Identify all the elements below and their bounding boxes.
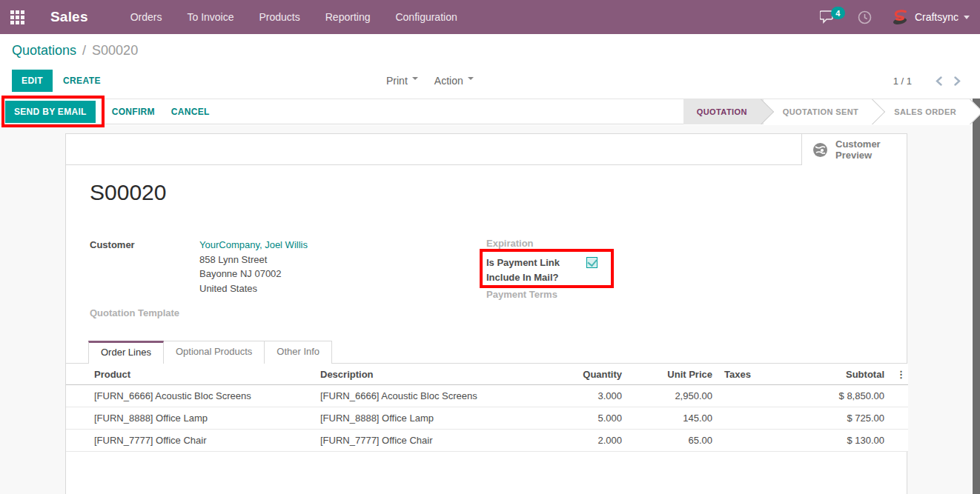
record-title: S00020 xyxy=(90,180,166,205)
col-quantity[interactable]: Quantity xyxy=(533,364,628,385)
control-panel: EDIT CREATE Print Action 1 / 1 xyxy=(0,67,980,95)
customer-link[interactable]: YourCompany, Joel Willis xyxy=(199,238,460,253)
cell-quantity[interactable]: 2.000 xyxy=(533,430,628,452)
col-description[interactable]: Description xyxy=(314,364,533,385)
company-logo-icon xyxy=(891,9,909,25)
send-by-email-button[interactable]: SEND BY EMAIL xyxy=(5,101,96,123)
notebook-tabs: Order Lines Optional Products Other Info xyxy=(66,341,907,364)
sheet-header: Customer Preview xyxy=(66,134,907,165)
chevron-left-icon xyxy=(936,76,942,86)
quotation-template-field: Quotation Template xyxy=(90,306,460,318)
apps-menu-button[interactable] xyxy=(0,0,34,34)
address-country: United States xyxy=(199,281,460,296)
cell-description[interactable]: [FURN_6666] Acoustic Bloc Screens xyxy=(314,385,533,407)
menu-item-reporting[interactable]: Reporting xyxy=(313,0,383,34)
cell-taxes[interactable] xyxy=(718,430,782,452)
page: Sales Orders To Invoice Products Reporti… xyxy=(0,0,980,494)
pager-previous-button[interactable] xyxy=(930,76,948,86)
globe-icon xyxy=(812,142,828,158)
cell-subtotal[interactable]: $ 725.00 xyxy=(782,407,890,430)
print-caret-icon xyxy=(412,77,418,80)
payment-terms-label: Payment Terms xyxy=(486,289,557,300)
navbar-right: 4 Craftsync xyxy=(815,0,980,34)
payment-link-checkbox[interactable] xyxy=(586,257,597,268)
stage-quotation-sent[interactable]: QUOTATION SENT xyxy=(764,99,875,124)
breadcrumb: Quotations / S00020 xyxy=(0,34,980,67)
cell-unit-price[interactable]: 145.00 xyxy=(628,407,718,430)
cell-description[interactable]: [FURN_7777] Office Chair xyxy=(314,430,533,452)
row-handle xyxy=(66,385,88,407)
app-title: Sales xyxy=(50,9,88,25)
messages-count-badge: 4 xyxy=(831,7,845,19)
user-menu[interactable]: Craftsync xyxy=(891,9,970,25)
tab-order-lines[interactable]: Order Lines xyxy=(88,341,164,364)
pager: 1 / 1 xyxy=(893,76,967,87)
col-taxes[interactable]: Taxes xyxy=(718,364,782,385)
col-subtotal[interactable]: Subtotal xyxy=(782,364,890,385)
action-dropdown[interactable]: Action xyxy=(434,75,474,87)
cancel-button[interactable]: CANCEL xyxy=(171,107,210,117)
vertical-scrollbar[interactable] xyxy=(973,99,980,494)
breadcrumb-quotations-link[interactable]: Quotations xyxy=(12,43,76,59)
cell-quantity[interactable]: 3.000 xyxy=(533,385,628,407)
cell-subtotal[interactable]: $ 130.00 xyxy=(782,430,890,452)
payment-link-label: Is Payment Link Include In Mail? xyxy=(486,256,586,284)
breadcrumb-current: S00020 xyxy=(92,43,138,59)
tab-optional-products[interactable]: Optional Products xyxy=(163,341,265,364)
create-button[interactable]: CREATE xyxy=(63,76,101,86)
main-menu: Orders To Invoice Products Reporting Con… xyxy=(118,0,470,34)
messages-button[interactable]: 4 xyxy=(815,0,841,34)
col-unit-price[interactable]: Unit Price xyxy=(628,364,718,385)
left-field-column: Customer YourCompany, Joel Willis 858 Ly… xyxy=(90,238,460,318)
cell-unit-price[interactable]: 65.00 xyxy=(628,430,718,452)
customer-preview-button[interactable]: Customer Preview xyxy=(801,134,907,165)
activities-button[interactable] xyxy=(854,0,876,34)
tab-other-info[interactable]: Other Info xyxy=(264,341,332,364)
user-name: Craftsync xyxy=(915,11,959,23)
menu-item-to-invoice[interactable]: To Invoice xyxy=(174,0,246,34)
address-city: Bayonne NJ 07002 xyxy=(199,267,460,281)
stage-pipeline: QUOTATION QUOTATION SENT SALES ORDER xyxy=(683,99,980,124)
customer-label: Customer xyxy=(90,238,199,296)
chevron-right-icon xyxy=(954,76,961,86)
confirm-button[interactable]: CONFIRM xyxy=(112,107,155,117)
quotation-template-label: Quotation Template xyxy=(90,306,179,318)
breadcrumb-separator: / xyxy=(82,43,86,59)
payment-link-field: Is Payment Link Include In Mail? xyxy=(486,256,798,284)
cell-taxes[interactable] xyxy=(718,407,782,430)
row-handle xyxy=(66,407,88,430)
print-dropdown[interactable]: Print xyxy=(386,75,418,87)
cell-end xyxy=(890,385,908,407)
address-street: 858 Lynn Street xyxy=(199,253,460,267)
cell-product[interactable]: [FURN_6666] Acoustic Bloc Screens xyxy=(88,385,314,407)
cell-quantity[interactable]: 5.000 xyxy=(533,407,628,430)
table-row[interactable]: [FURN_8888] Office Lamp [FURN_8888] Offi… xyxy=(66,407,908,430)
cell-unit-price[interactable]: 2,950.00 xyxy=(628,385,718,407)
action-label: Action xyxy=(434,75,463,87)
cell-subtotal[interactable]: $ 8,850.00 xyxy=(782,385,890,407)
cell-product[interactable]: [FURN_7777] Office Chair xyxy=(88,430,314,452)
action-dropdowns: Print Action xyxy=(386,75,490,87)
form-sheet: Customer Preview S00020 Customer YourCom… xyxy=(65,133,907,494)
cell-description[interactable]: [FURN_8888] Office Lamp xyxy=(314,407,533,430)
pager-count: 1 / 1 xyxy=(893,76,912,87)
menu-item-configuration[interactable]: Configuration xyxy=(383,0,469,34)
menu-item-orders[interactable]: Orders xyxy=(118,0,175,34)
expiration-field: Expiration xyxy=(486,238,798,249)
action-caret-icon xyxy=(468,77,474,80)
user-menu-caret-icon xyxy=(964,16,970,19)
stage-quotation[interactable]: QUOTATION xyxy=(683,99,764,124)
optional-columns-icon[interactable]: ⋮ xyxy=(890,364,908,385)
cell-taxes[interactable] xyxy=(718,385,782,407)
content-area: Customer Preview S00020 Customer YourCom… xyxy=(0,125,973,494)
menu-item-products[interactable]: Products xyxy=(247,0,313,34)
statusbar: SEND BY EMAIL CONFIRM CANCEL QUOTATION Q… xyxy=(0,99,980,124)
pager-next-button[interactable] xyxy=(948,76,967,86)
cell-product[interactable]: [FURN_8888] Office Lamp xyxy=(88,407,314,430)
edit-button[interactable]: EDIT xyxy=(12,70,53,92)
stage-sales-order[interactable]: SALES ORDER xyxy=(875,99,973,124)
col-product[interactable]: Product xyxy=(88,364,314,385)
cell-end xyxy=(890,430,908,452)
table-row[interactable]: [FURN_6666] Acoustic Bloc Screens [FURN_… xyxy=(66,385,908,407)
table-row[interactable]: [FURN_7777] Office Chair [FURN_7777] Off… xyxy=(66,430,908,452)
